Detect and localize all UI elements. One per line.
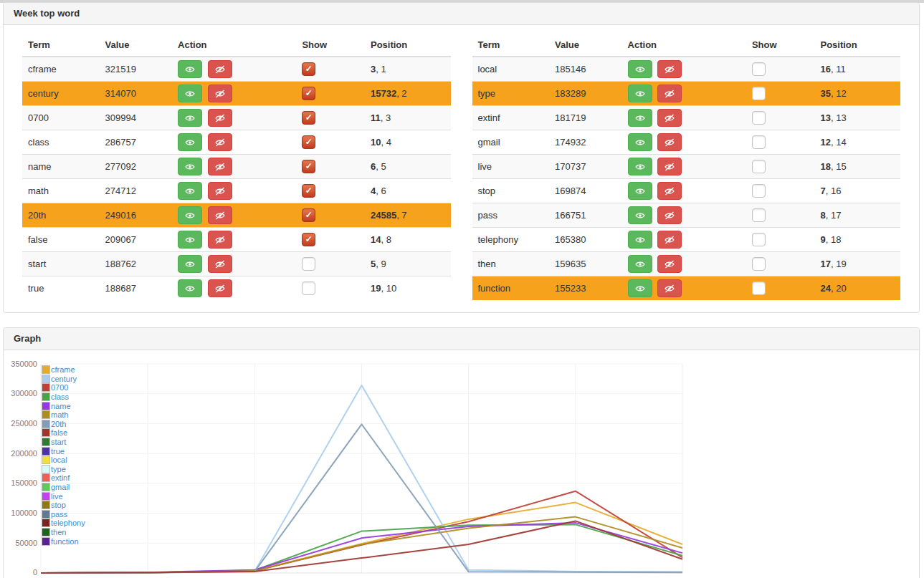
hide-action-button[interactable] — [657, 206, 682, 224]
show-action-button[interactable] — [628, 85, 652, 102]
table-row[interactable]: 20th 249016 ✓ 24585, 7 — [22, 203, 451, 228]
table-row[interactable]: 0700 309994 ✓ 11, 3 — [22, 106, 451, 130]
show-action-button[interactable] — [178, 182, 202, 200]
show-action-button[interactable] — [628, 158, 652, 175]
show-checkbox[interactable]: ✓ — [752, 208, 766, 222]
legend-item-class[interactable]: class — [42, 392, 85, 402]
hide-action-button[interactable] — [657, 231, 682, 249]
show-checkbox[interactable]: ✓ — [302, 160, 315, 173]
hide-action-button[interactable] — [657, 279, 682, 297]
hide-action-button[interactable] — [657, 133, 682, 151]
legend-item-local[interactable]: local — [42, 456, 85, 465]
legend-item-type[interactable]: type — [42, 465, 85, 474]
show-action-button[interactable] — [178, 231, 202, 249]
table-row[interactable]: century 314070 ✓ 15732, 2 — [22, 82, 451, 106]
table-row[interactable]: start 188762 ✓ 5, 9 — [22, 252, 451, 276]
show-action-button[interactable] — [628, 133, 652, 151]
table-row[interactable]: stop 169874 ✓ 7, 16 — [472, 179, 901, 203]
show-checkbox[interactable]: ✓ — [752, 257, 766, 271]
hide-action-button[interactable] — [657, 255, 682, 273]
legend-item-true[interactable]: true — [42, 446, 85, 456]
legend-item-0700[interactable]: 0700 — [42, 383, 85, 392]
table-row[interactable]: type 183289 ✓ 35, 12 — [472, 82, 901, 106]
legend-item-20th[interactable]: 20th — [42, 420, 85, 429]
show-action-button[interactable] — [178, 109, 202, 127]
show-checkbox[interactable]: ✓ — [752, 62, 766, 76]
table-row[interactable]: local 185146 ✓ 16, 11 — [472, 57, 901, 82]
show-checkbox[interactable]: ✓ — [752, 111, 766, 125]
hide-action-button[interactable] — [208, 231, 232, 249]
hide-action-button[interactable] — [657, 85, 682, 102]
table-row[interactable]: math 274712 ✓ 4, 6 — [22, 179, 451, 203]
hide-action-button[interactable] — [657, 158, 682, 175]
show-checkbox[interactable]: ✓ — [752, 160, 766, 173]
hide-action-button[interactable] — [208, 109, 232, 127]
show-checkbox[interactable]: ✓ — [302, 233, 315, 246]
show-checkbox[interactable]: ✓ — [302, 208, 315, 222]
hide-action-button[interactable] — [657, 60, 682, 78]
legend-item-stop[interactable]: stop — [42, 501, 85, 510]
table-row[interactable]: false 209067 ✓ 14, 8 — [22, 228, 451, 252]
hide-action-button[interactable] — [208, 133, 232, 151]
hide-action-button[interactable] — [657, 182, 682, 200]
show-checkbox[interactable]: ✓ — [752, 233, 766, 246]
legend-item-start[interactable]: start — [42, 438, 85, 447]
table-row[interactable]: gmail 174932 ✓ 12, 14 — [472, 130, 901, 155]
table-row[interactable]: extinf 181719 ✓ 13, 13 — [472, 106, 901, 130]
table-row[interactable]: telephony 165380 ✓ 9, 18 — [472, 228, 901, 252]
hide-action-button[interactable] — [208, 60, 232, 78]
show-action-button[interactable] — [628, 60, 652, 78]
show-action-button[interactable] — [178, 85, 202, 102]
hide-action-button[interactable] — [657, 109, 682, 127]
show-action-button[interactable] — [178, 133, 202, 151]
show-action-button[interactable] — [628, 109, 652, 127]
hide-action-button[interactable] — [208, 182, 232, 200]
hide-action-button[interactable] — [208, 158, 232, 175]
show-action-button[interactable] — [178, 255, 202, 273]
legend-item-extinf[interactable]: extinf — [42, 473, 85, 483]
hide-action-button[interactable] — [208, 255, 232, 273]
show-checkbox[interactable]: ✓ — [302, 135, 315, 149]
show-action-button[interactable] — [628, 231, 652, 249]
show-checkbox[interactable]: ✓ — [302, 111, 315, 125]
show-checkbox[interactable]: ✓ — [302, 281, 315, 295]
table-row[interactable]: class 286757 ✓ 10, 4 — [22, 130, 451, 155]
show-checkbox[interactable]: ✓ — [302, 87, 315, 100]
legend-item-then[interactable]: then — [42, 528, 85, 537]
show-action-button[interactable] — [628, 182, 652, 200]
legend-item-cframe[interactable]: cframe — [42, 365, 85, 375]
show-action-button[interactable] — [178, 206, 202, 224]
table-row[interactable]: true 188687 ✓ 19, 10 — [22, 276, 451, 301]
show-action-button[interactable] — [178, 158, 202, 175]
table-row[interactable]: then 159635 ✓ 17, 19 — [472, 252, 901, 276]
show-checkbox[interactable]: ✓ — [752, 281, 766, 295]
legend-item-math[interactable]: math — [42, 410, 85, 420]
legend-item-function[interactable]: function — [42, 536, 85, 546]
legend-item-telephony[interactable]: telephony — [42, 519, 85, 528]
table-row[interactable]: cframe 321519 ✓ 3, 1 — [22, 57, 451, 82]
show-checkbox[interactable]: ✓ — [752, 87, 766, 100]
show-action-button[interactable] — [628, 255, 652, 273]
hide-action-button[interactable] — [208, 206, 232, 224]
show-checkbox[interactable]: ✓ — [302, 184, 315, 198]
legend-item-gmail[interactable]: gmail — [42, 483, 85, 492]
legend-item-pass[interactable]: pass — [42, 510, 85, 519]
legend-item-name[interactable]: name — [42, 401, 85, 410]
legend-item-century[interactable]: century — [42, 375, 85, 384]
show-checkbox[interactable]: ✓ — [302, 62, 315, 76]
table-row[interactable]: function 155233 ✓ 24, 20 — [472, 276, 901, 301]
legend-item-live[interactable]: live — [42, 491, 85, 501]
show-action-button[interactable] — [178, 60, 202, 78]
show-action-button[interactable] — [628, 206, 652, 224]
show-checkbox[interactable]: ✓ — [752, 135, 766, 149]
show-action-button[interactable] — [178, 279, 202, 297]
hide-action-button[interactable] — [208, 85, 232, 102]
show-checkbox[interactable]: ✓ — [302, 257, 315, 271]
show-action-button[interactable] — [628, 279, 652, 297]
legend-item-false[interactable]: false — [42, 428, 85, 438]
table-row[interactable]: name 277092 ✓ 6, 5 — [22, 155, 451, 179]
table-row[interactable]: pass 166751 ✓ 8, 17 — [472, 203, 901, 228]
table-row[interactable]: live 170737 ✓ 18, 15 — [472, 155, 901, 179]
show-checkbox[interactable]: ✓ — [752, 184, 766, 198]
hide-action-button[interactable] — [208, 279, 232, 297]
